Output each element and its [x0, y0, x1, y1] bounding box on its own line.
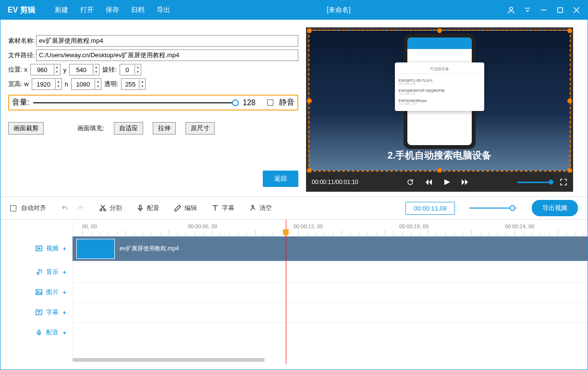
rotate-label: 旋转:	[102, 65, 117, 74]
svg-point-5	[100, 209, 102, 211]
audio-track-label: 配音+	[0, 322, 72, 343]
dropdown-icon[interactable]	[524, 6, 531, 14]
volume-label: 音量:	[12, 98, 29, 108]
volume-slider[interactable]	[33, 102, 239, 103]
svg-point-0	[510, 7, 513, 10]
slider-thumb[interactable]	[232, 99, 239, 106]
size-label: 宽高: w	[8, 80, 29, 88]
file-path-input[interactable]	[36, 49, 298, 61]
timecode-display[interactable]: 00:00:11,08	[405, 202, 455, 215]
add-subtitle-track[interactable]: +	[62, 309, 66, 316]
fit-button[interactable]: 自适应	[114, 122, 143, 135]
tracks-container: 00, 0000:00:06, 0000:00:12, 0000:00:18, …	[73, 220, 588, 364]
volume-value: 128	[243, 99, 256, 107]
menu-save[interactable]: 保存	[106, 6, 119, 14]
close-icon[interactable]	[573, 6, 580, 14]
subtitle-track-row[interactable]	[73, 302, 588, 322]
undo-icon[interactable]	[61, 203, 69, 213]
fill-label: 画面填充:	[77, 124, 104, 133]
add-music-track[interactable]: +	[62, 269, 66, 276]
play-icon[interactable]	[443, 178, 451, 186]
reload-icon[interactable]	[406, 178, 414, 186]
image-track-label: 图片+	[0, 282, 72, 302]
horizontal-scrollbar[interactable]	[73, 358, 588, 363]
music-track-label: 音乐+	[0, 262, 72, 282]
original-size-button[interactable]: 原尺寸	[185, 122, 215, 135]
user-icon[interactable]	[507, 6, 515, 14]
phone-mockup: 可连接设备 EVES|PC1-XD-TLS-F|192.168.1.40 EVE…	[404, 34, 476, 149]
forward-icon[interactable]	[461, 178, 469, 186]
add-video-track[interactable]: +	[62, 245, 66, 252]
material-name-label: 素材名称:	[8, 37, 36, 45]
volume-row: 音量: 128 静音	[8, 95, 298, 111]
redo-icon[interactable]	[76, 203, 85, 213]
preview-panel: 可连接设备 EVES|PC1-XD-TLS-F|192.168.1.40 EVE…	[306, 27, 573, 192]
material-name-input[interactable]	[36, 35, 298, 47]
playhead[interactable]	[286, 220, 286, 364]
add-image-track[interactable]: +	[62, 289, 66, 296]
app-logo: EV 剪辑	[8, 5, 36, 15]
preview-time: 00:00:11/00:01:10	[312, 179, 358, 185]
svg-rect-2	[558, 8, 563, 12]
preview-controls: 00:00:11/00:01:10	[306, 173, 573, 192]
menu-archive[interactable]: 归档	[131, 6, 145, 14]
height-label: h	[65, 81, 68, 88]
preview-canvas[interactable]: 可连接设备 EVES|PC1-XD-TLS-F|192.168.1.40 EVE…	[308, 30, 571, 172]
up-arrow-icon[interactable]: ▲	[54, 65, 60, 70]
video-track-label: 视频+	[0, 235, 72, 262]
svg-point-6	[104, 209, 106, 211]
menu-new[interactable]: 新建	[55, 6, 68, 14]
audio-track-row[interactable]	[73, 322, 588, 343]
track-labels: 视频+ 音乐+ 图片+ 字幕+ 配音+	[0, 220, 73, 364]
subtitle-button[interactable]: 字幕	[211, 204, 234, 212]
add-audio-track[interactable]: +	[62, 329, 66, 336]
crop-button[interactable]: 画面裁剪	[8, 122, 44, 135]
pos-y-label: y	[63, 66, 67, 74]
menu-export[interactable]: 导出	[157, 6, 170, 14]
stretch-button[interactable]: 拉伸	[153, 122, 176, 135]
height-spinner[interactable]: ▲▼	[71, 78, 101, 90]
image-track-row[interactable]	[73, 282, 588, 302]
clip-name: ev扩展屏使用教程.mp4	[120, 245, 179, 253]
time-ruler[interactable]: 00, 0000:00:06, 0000:00:12, 0000:00:18, …	[73, 220, 588, 235]
timeline-toolbar: 自动对齐 分割 配音 编辑 字幕 清空 00:00:11,08 导出视频	[0, 197, 588, 220]
export-video-button[interactable]: 导出视频	[532, 200, 578, 216]
svg-rect-12	[38, 330, 40, 333]
return-button[interactable]: 返回	[263, 171, 298, 187]
maximize-icon[interactable]	[556, 6, 564, 14]
titlebar: EV 剪辑 新建 打开 保存 归档 导出 [未命名]	[0, 0, 588, 20]
rewind-icon[interactable]	[425, 178, 432, 186]
rotate-spinner[interactable]: ▲▼	[120, 64, 141, 75]
timeline-area: 视频+ 音乐+ 图片+ 字幕+ 配音+ 00, 0000:00:06, 0000…	[0, 220, 588, 364]
main-menu: 新建 打开 保存 归档 导出	[55, 6, 170, 14]
clip-thumbnail	[76, 239, 115, 259]
split-button[interactable]: 分割	[99, 204, 122, 212]
minimize-icon[interactable]	[540, 6, 548, 14]
zoom-slider[interactable]	[469, 208, 517, 209]
svg-rect-7	[139, 205, 141, 209]
fullscreen-icon[interactable]	[560, 178, 567, 186]
position-label: 位置: x	[8, 65, 27, 74]
mute-checkbox[interactable]	[267, 99, 273, 106]
properties-panel: 素材名称: 文件路径: 位置: x ▲▼ y ▲▼ 旋转: ▲▼ 宽高: w ▲…	[0, 20, 306, 192]
preview-caption: 2.手机自动搜索电脑设备	[309, 149, 570, 162]
auto-align-checkbox[interactable]: 自动对齐	[10, 204, 46, 212]
dub-button[interactable]: 配音	[136, 204, 159, 212]
pos-x-spinner[interactable]: ▲▼	[30, 64, 61, 75]
music-track-row[interactable]	[73, 262, 588, 282]
video-track-row[interactable]: ev扩展屏使用教程.mp4	[73, 235, 588, 262]
down-arrow-icon[interactable]: ▼	[54, 70, 60, 74]
pos-y-spinner[interactable]: ▲▼	[69, 64, 99, 75]
document-title: [未命名]	[170, 6, 507, 14]
alpha-spinner[interactable]: ▲▼	[121, 78, 146, 90]
alpha-label: 透明:	[104, 80, 119, 88]
video-clip[interactable]: ev扩展屏使用教程.mp4	[73, 236, 588, 261]
mute-label: 静音	[279, 98, 294, 108]
volume-preview-slider[interactable]	[517, 182, 551, 183]
width-spinner[interactable]: ▲▼	[32, 78, 62, 90]
file-path-label: 文件路径:	[8, 51, 36, 60]
edit-button[interactable]: 编辑	[174, 204, 197, 212]
device-popup: 可连接设备 EVES|PC1-XD-TLS-F|192.168.1.40 EVE…	[395, 62, 484, 111]
clear-button[interactable]: 清空	[249, 204, 272, 212]
menu-open[interactable]: 打开	[80, 6, 94, 14]
